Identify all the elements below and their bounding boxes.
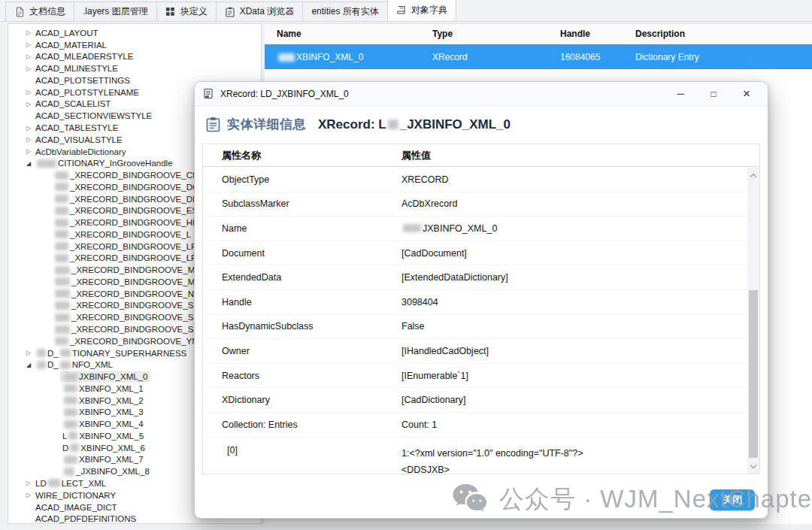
redacted-text: [55, 277, 70, 286]
tab-doc-info[interactable]: 文档信息: [5, 2, 74, 21]
expand-icon[interactable]: ▷: [23, 65, 34, 72]
scrollbar[interactable]: [747, 168, 759, 474]
expand-icon[interactable]: ▷: [23, 136, 34, 143]
tree-item-label: _XRECORD_BINDGROOVE_DCT: [52, 183, 205, 192]
property-row: Owner[IHandledCadObject]: [203, 339, 747, 364]
tree-item-label: _XRECORD_BINDGROOVE_HR: [52, 218, 200, 227]
collapse-icon[interactable]: ◢: [23, 362, 34, 368]
tree-item-label: D_TIONARY_SUPERHARNESS: [34, 349, 188, 358]
expand-icon[interactable]: ▷: [23, 101, 34, 108]
expand-icon[interactable]: ▷: [23, 125, 34, 132]
label-text: ACAD_PLOTSETTINGS: [35, 76, 130, 85]
scroll-down-icon[interactable]: [747, 460, 759, 472]
dialog-titlebar[interactable]: XRecord: LD_JXBINFO_XML_0 ─□×: [195, 82, 768, 106]
table-row[interactable]: XBINFO_XML_0XRecord16084065Dictionary En…: [265, 44, 812, 69]
scrollbar-thumb[interactable]: [749, 290, 758, 458]
tree-item-label: LDLECT_XML: [34, 479, 108, 488]
dialog-subtitle: XRecord: L_JXBINFO_XML_0: [318, 117, 511, 132]
close-icon[interactable]: ×: [730, 83, 763, 105]
tab-block-defs[interactable]: 块定义: [156, 2, 217, 21]
maximize-icon[interactable]: □: [697, 83, 730, 105]
tree-item-label: JXBINFO_XML_0: [61, 372, 149, 381]
tree-item-label: _XRECORD_BINDGROOVE_CM: [52, 171, 201, 180]
label-text: _XRECORD_BINDGROOVE_S1: [71, 301, 198, 310]
expand-icon[interactable]: ▷: [23, 53, 34, 60]
col-description: Description: [635, 29, 812, 39]
property-value: [CadDictionary]: [401, 395, 747, 405]
collapse-icon[interactable]: ◢: [23, 160, 34, 167]
redacted-text: [55, 301, 70, 310]
redacted-text: [68, 432, 77, 440]
property-row: Handle3098404: [203, 290, 747, 315]
redacted-text: [278, 53, 295, 62]
redacted-text: [64, 384, 77, 392]
tab-label: 文档信息: [29, 5, 65, 18]
tree-item[interactable]: ▷ACAD_LAYOUT: [8, 27, 261, 39]
redacted-text: [60, 361, 71, 369]
property-row: XDictionary[CadDictionary]: [203, 388, 747, 413]
tab-layers[interactable]: .layers 图层管理: [74, 2, 157, 21]
tree-item-label: WIRE_DICTIONARY: [34, 491, 117, 500]
expand-icon[interactable]: ▷: [23, 29, 34, 36]
tab-object-dict[interactable]: 对象字典: [387, 0, 456, 21]
properties-table-header: 属性名称 属性值: [203, 144, 759, 167]
tree-item[interactable]: ▷ACAD_MLEADERSTYLE: [8, 51, 261, 63]
redacted-text: [55, 289, 70, 298]
tab-bar: 文档信息.layers 图层管理块定义XData 浏览器entities 所有实…: [0, 0, 812, 22]
expand-icon[interactable]: ▷: [23, 480, 34, 486]
label-text: ACAD_SECTIONVIEWSTYLE: [35, 111, 152, 120]
tree-item-label: _JXBINFO_XML_8: [61, 467, 151, 476]
cell-description: Dictionary Entry: [635, 52, 812, 62]
label-text: LECT_XML: [62, 479, 106, 488]
expand-icon[interactable]: ▷: [23, 41, 34, 48]
properties-table: 属性名称 属性值 ObjectTypeXRECORDSubclassMarker…: [202, 144, 760, 474]
redacted-text: [55, 337, 68, 345]
scroll-up-icon[interactable]: [747, 169, 759, 181]
tree-item[interactable]: ▷ACAD_MLINESTYLE: [8, 62, 261, 74]
tree-item-label: _XRECORD_BINDGROOVE_LP2: [52, 253, 203, 262]
tree-item-label: _XRECORD_BINDGROOVE_N: [52, 289, 195, 298]
tree-item-label: _XRECORD_BINDGROOVE_MR1: [52, 265, 208, 274]
tab-label: .layers 图层管理: [83, 5, 148, 18]
label-text: ACAD_IMAGE_DICT: [35, 503, 117, 512]
expand-icon[interactable]: ▷: [23, 492, 34, 498]
app-window: 文档信息.layers 图层管理块定义XData 浏览器entities 所有实…: [0, 0, 812, 530]
label-text: ACAD_TABLESTYLE: [35, 123, 118, 132]
tree-item[interactable]: ▷ACAD_MATERIAL: [8, 39, 261, 51]
redacted-text: [55, 230, 68, 238]
property-row: [0]1:<?xml version="1.0" encoding="UTF-8…: [203, 438, 747, 474]
cell-handle: 16084065: [560, 52, 635, 62]
redacted-text: [60, 349, 71, 357]
label-text: ACAD_MLINESTYLE: [35, 64, 118, 73]
property-row: HasDynamicSubclassFalse: [203, 315, 747, 340]
tree-item-label: _XRECORD_BINDGROOVE_S2: [52, 313, 200, 322]
close-button[interactable]: 关闭: [710, 489, 755, 510]
expand-icon[interactable]: ▷: [23, 350, 34, 356]
tree-item-label: ACAD_PLOTSTYLENAME: [34, 88, 141, 97]
tree-item-label: _XRECORD_BINDGROOVE_MR2: [52, 277, 208, 286]
tab-label: entities 所有实体: [311, 5, 378, 18]
redacted-text: [64, 373, 77, 381]
expand-icon[interactable]: ▷: [23, 148, 34, 155]
minimize-icon[interactable]: ─: [664, 83, 697, 105]
titlebar-doc-icon: [203, 88, 214, 99]
redacted-text: [64, 420, 77, 429]
label-text: _XRECORD_BINDGROOVE_CM: [70, 171, 200, 180]
expand-icon[interactable]: ▷: [23, 89, 34, 95]
tree-item-label: XBINFO_XML_2: [61, 396, 145, 405]
label-text: _XRECORD_BINDGROOVE_MR1: [71, 265, 206, 274]
label-text: NFO_XML: [72, 360, 113, 369]
property-name: Reactors: [222, 371, 401, 381]
label-text: D_: [47, 360, 59, 369]
label-text: _XRECORD_BINDGROOVE_S2: [71, 313, 198, 322]
tree-item-label: XBINFO_XML_7: [61, 455, 145, 464]
col-type: Type: [432, 29, 560, 39]
detail-badge-label: 实体详细信息: [227, 116, 306, 133]
label-text: CITIONARY_InGrooveHandle: [58, 159, 173, 168]
label-text: _XRECORD_BINDGROOVE_L: [70, 230, 191, 239]
tab-xdata-browser[interactable]: XData 浏览器: [216, 2, 304, 21]
label-text: JXBINFO_XML_0: [423, 223, 497, 234]
value-line: 1:<?xml version="1.0" encoding="UTF-8"?>: [401, 445, 747, 462]
redacted-text: [55, 254, 68, 262]
tab-entities[interactable]: entities 所有实体: [302, 2, 387, 21]
